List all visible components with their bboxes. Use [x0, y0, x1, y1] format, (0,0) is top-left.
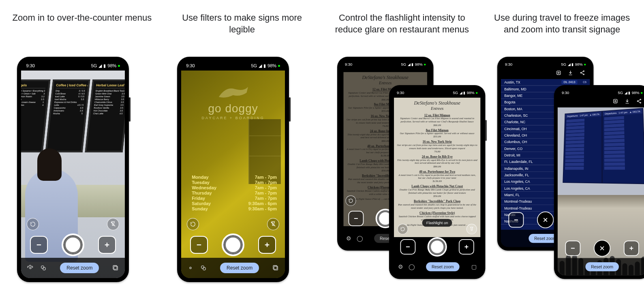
camera-viewfinder[interactable]: BagelsPlain • Sesame • Everything3Poppy …	[21, 71, 125, 278]
close-button[interactable]	[594, 240, 610, 257]
clock: 9:30	[186, 63, 195, 68]
feature-col-3: Control the flashlight intensity to redu…	[326, 12, 478, 284]
gallery-icon[interactable]: ▢	[471, 263, 477, 270]
network-label: 5G	[91, 63, 97, 68]
status-bar: 9:30 5G ◢ ▮ 98%	[181, 61, 285, 71]
shutter-button[interactable]	[62, 233, 84, 256]
shutter-button[interactable]	[222, 233, 244, 256]
svg-rect-34	[613, 99, 617, 103]
flashlight-on-button[interactable]	[466, 224, 477, 234]
shutter-button[interactable]	[427, 237, 447, 257]
clock: 9:30	[26, 63, 34, 68]
svg-point-35	[614, 101, 616, 102]
status-bar: 9:30 5G◢ ▮98%	[501, 60, 590, 69]
zoom-out-button[interactable]	[190, 236, 208, 254]
rotate-button[interactable]	[346, 195, 356, 206]
gallery-icon[interactable]	[112, 264, 119, 272]
signal-icon: ◢	[98, 63, 102, 69]
privacy-dot-icon	[278, 65, 280, 67]
share-icon[interactable]	[580, 70, 585, 76]
battery-icon: ▮	[103, 63, 106, 69]
svg-rect-24	[556, 71, 560, 75]
status-bar: 9:30 5G◢ ▮98%	[557, 89, 644, 97]
settings-icon[interactable]	[187, 264, 194, 272]
flashlight-off-button[interactable]	[267, 218, 279, 230]
feature-col-1: Zoom in to over-the-counter menus 9:30 5…	[6, 12, 158, 284]
filters-icon[interactable]	[200, 264, 207, 272]
phone-mock: 9:30 5G ◢ ▮ 98% BagelsPlain • Sesame • E…	[17, 57, 129, 282]
network-label: 5G	[251, 63, 257, 68]
zoom-in-button[interactable]	[624, 241, 639, 256]
svg-point-27	[580, 72, 581, 73]
zoom-out-button[interactable]	[508, 212, 524, 228]
zoom-out-button[interactable]	[30, 236, 48, 254]
reset-zoom-button[interactable]: Reset zoom	[585, 262, 619, 271]
settings-icon[interactable]	[27, 264, 34, 272]
caption: Use during travel to freeze images and z…	[486, 12, 638, 57]
phone-mock-front: 9:30 5G◢ ▮98% DeStefano's SteakhouseEntr…	[389, 85, 485, 279]
dog-logo-icon	[215, 83, 251, 101]
zoom-out-button[interactable]	[400, 239, 415, 255]
flashlight-off-button[interactable]	[107, 218, 119, 230]
caption: Zoom in to over-the-counter menus	[10, 12, 154, 57]
frozen-image[interactable]: Departures1:47 pm▲ DELTA Departures1:47 …	[557, 107, 644, 276]
signal-icon: ◢	[259, 63, 262, 69]
caption: Control the flashlight intensity to redu…	[326, 12, 478, 57]
zoom-in-button[interactable]	[258, 236, 276, 254]
share-icon[interactable]	[636, 98, 642, 104]
store-hours: Monday7am - 7pmTuesday7am - 7pmWednesday…	[192, 174, 277, 212]
status-bar: 9:30 5G◢ ▮98%	[392, 89, 481, 97]
rotate-button[interactable]	[398, 224, 408, 234]
svg-point-4	[30, 267, 31, 269]
settings-icon[interactable]: ⚙	[398, 263, 404, 270]
lens-icon[interactable]	[612, 98, 618, 104]
camera-viewfinder[interactable]: go doggy DAYCARE + BOARDING Monday7am - …	[181, 71, 285, 278]
rotate-button[interactable]	[187, 218, 199, 230]
svg-point-6	[43, 268, 46, 270]
svg-point-14	[201, 266, 204, 269]
filters-icon[interactable]: ◯	[409, 263, 415, 270]
download-icon[interactable]	[567, 70, 573, 76]
zoom-out-button[interactable]	[565, 241, 580, 256]
battery-icon: ▮	[263, 63, 266, 69]
rotate-button[interactable]	[27, 218, 39, 230]
svg-point-13	[190, 267, 191, 269]
zoom-out-button[interactable]	[348, 211, 364, 226]
reset-zoom-button[interactable]: Reset zoom	[426, 262, 460, 271]
zoom-in-button[interactable]	[98, 236, 116, 254]
store-tagline: DAYCARE + BOARDING	[181, 116, 285, 120]
flashlight-toast: Flashlight on	[422, 219, 452, 227]
reset-zoom-button[interactable]: Reset zoom	[220, 263, 259, 273]
privacy-dot-icon	[118, 65, 120, 67]
action-bar	[501, 69, 590, 79]
phone-mock: 9:30 5G ◢ ▮ 98%	[177, 57, 289, 282]
close-button[interactable]	[537, 212, 554, 228]
svg-point-5	[41, 266, 44, 269]
camera-viewfinder[interactable]: DeStefano's SteakhouseEntrees12 oz. File…	[392, 97, 481, 275]
scene-menu: DeStefano's SteakhouseEntrees12 oz. File…	[394, 98, 480, 237]
action-bar	[557, 97, 644, 107]
filters-icon[interactable]	[40, 264, 47, 272]
reset-zoom-button[interactable]: Reset zoom	[60, 263, 99, 273]
zoom-in-button[interactable]	[459, 239, 474, 255]
battery-pct: 98%	[267, 63, 276, 68]
battery-pct: 98%	[107, 63, 116, 68]
svg-point-15	[203, 268, 206, 270]
bottom-bar: Reset zoom	[21, 258, 125, 278]
download-icon[interactable]	[624, 98, 630, 104]
status-bar: 9:30 5G◢ ▮98%	[340, 60, 430, 69]
gallery-icon[interactable]	[272, 264, 279, 272]
feature-col-4: Use during travel to freeze images and z…	[486, 12, 638, 284]
svg-point-25	[558, 72, 559, 73]
store-name: go doggy	[181, 102, 285, 115]
filters-icon[interactable]: ◯	[357, 235, 363, 241]
settings-icon[interactable]: ⚙	[346, 235, 352, 241]
lens-icon[interactable]	[556, 70, 561, 76]
status-bar: 9:30 5G ◢ ▮ 98%	[21, 61, 125, 71]
feature-col-2: Use filters to make signs more legible 9…	[166, 12, 318, 284]
phone-mock-front: 9:30 5G◢ ▮98% Departures1:47 pm▲ DELTA	[554, 85, 644, 279]
svg-point-37	[637, 101, 638, 101]
caption: Use filters to make signs more legible	[166, 12, 318, 57]
